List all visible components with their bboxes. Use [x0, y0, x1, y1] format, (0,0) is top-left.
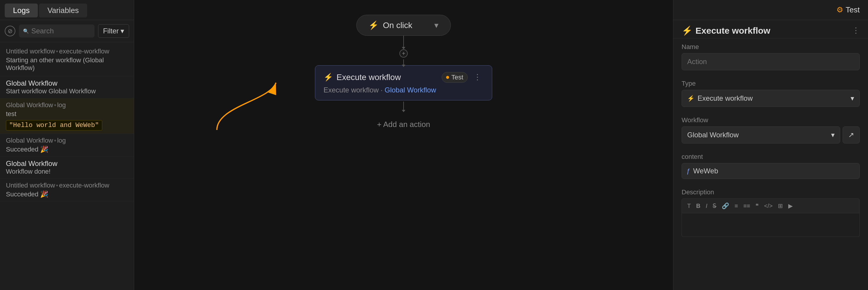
- tabs-row: Logs Variables: [0, 0, 134, 20]
- trigger-icon: ⚡: [368, 20, 379, 30]
- node-more-button[interactable]: ⋮: [471, 71, 484, 83]
- trigger-label: On click: [383, 21, 412, 30]
- log-item[interactable]: Global Workflow Workflow done!: [0, 157, 134, 179]
- log-label: Starting an other workflow (Global Workf…: [6, 56, 128, 72]
- log-status: Succeeded 🎉: [6, 191, 128, 198]
- filter-label: Filter: [103, 27, 119, 35]
- type-field-section: Type ⚡ Execute workflow ▾: [673, 75, 868, 111]
- log-workflow-sub: Start workflow Global Workflow: [6, 88, 128, 95]
- search-box: 🔍: [19, 25, 95, 37]
- workflow-name-value: Global Workflow: [687, 131, 739, 139]
- center-panel: ⚡ On click ▾ + ⚡ Execute workflow Test: [134, 0, 673, 290]
- log-source: Global Workflow•log: [6, 101, 128, 109]
- log-workflow-name: Global Workflow: [6, 159, 128, 168]
- content-field-section: content ƒ WeWeb: [673, 148, 868, 184]
- connector-line: [403, 36, 404, 47]
- chevron-down-icon: ▾: [121, 27, 124, 35]
- desc-tool-text[interactable]: T: [685, 201, 692, 211]
- log-status: Succeeded 🎉: [6, 146, 128, 153]
- action-node-sub: Execute workflow · Global Workflow: [323, 86, 484, 94]
- tab-logs[interactable]: Logs: [5, 4, 38, 18]
- search-input[interactable]: [31, 27, 90, 35]
- bolt-icon: ⚡: [323, 73, 333, 82]
- log-source: Untitled workflow•execute-workflow: [6, 47, 128, 55]
- workflow-canvas: ⚡ On click ▾ + ⚡ Execute workflow Test: [134, 15, 673, 134]
- no-entry-icon[interactable]: ⊘: [5, 26, 16, 36]
- search-row: ⊘ 🔍 Filter ▾: [0, 20, 134, 42]
- add-action-button[interactable]: + Add an action: [372, 115, 435, 134]
- type-field-value: Execute workflow: [698, 94, 753, 102]
- test-button-label: Test: [845, 5, 860, 14]
- external-link-button[interactable]: ↗: [843, 126, 860, 143]
- bolt-icon-sm: ⚡: [687, 95, 694, 102]
- description-field-label: Description: [682, 188, 860, 196]
- name-field-label: Name: [682, 43, 860, 51]
- node-badge: Test: [442, 72, 468, 83]
- action-node[interactable]: ⚡ Execute workflow Test ⋮ Execute workfl…: [315, 65, 492, 100]
- tab-variables[interactable]: Variables: [39, 4, 87, 18]
- execute-workflow-header: ⚡ Execute workflow ⋮: [673, 20, 868, 38]
- description-field-section: Description T B I S̶ 🔗 ≡ ≡≡ ❝ </> ⊞ ▶: [673, 184, 868, 241]
- test-button[interactable]: ⚙ Test: [836, 5, 860, 14]
- log-list: Untitled workflow•execute-workflow Start…: [0, 42, 134, 290]
- content-field-value: WeWeb: [693, 167, 718, 175]
- gear-icon: ⚙: [836, 5, 843, 14]
- log-item[interactable]: Global Workflow Start workflow Global Wo…: [0, 76, 134, 98]
- desc-tool-italic[interactable]: I: [704, 201, 709, 211]
- bottom-connector: [403, 102, 404, 110]
- log-workflow-sub: Workflow done!: [6, 168, 128, 175]
- log-value: "Hello world and WeWeb": [6, 120, 102, 131]
- content-field-row[interactable]: ƒ WeWeb: [682, 163, 860, 179]
- log-item[interactable]: Global Workflow•log Succeeded 🎉: [0, 134, 134, 157]
- action-node-title-text: Execute workflow: [337, 73, 401, 82]
- workflow-select[interactable]: Global Workflow ▾: [682, 126, 840, 143]
- global-workflow-link[interactable]: Global Workflow: [385, 86, 436, 94]
- name-field-input[interactable]: [682, 53, 860, 70]
- chevron-down-icon: ▾: [831, 131, 835, 139]
- type-field-label: Type: [682, 80, 860, 88]
- search-icon: 🔍: [23, 28, 29, 34]
- add-action-label: + Add an action: [377, 120, 430, 129]
- log-source: Untitled workflow•execute-workflow: [6, 182, 128, 189]
- workflow-field-label: Workflow: [682, 116, 860, 124]
- action-node-header: ⚡ Execute workflow Test ⋮: [323, 71, 484, 83]
- desc-tool-list[interactable]: ≡: [733, 201, 740, 211]
- workflow-field-section: Workflow Global Workflow ▾ ↗: [673, 111, 868, 148]
- desc-tool-media[interactable]: ▶: [786, 201, 795, 211]
- desc-tool-code[interactable]: </>: [762, 201, 774, 211]
- trigger-node[interactable]: ⚡ On click ▾: [356, 15, 451, 36]
- description-toolbar: T B I S̶ 🔗 ≡ ≡≡ ❝ </> ⊞ ▶: [682, 198, 860, 213]
- badge-dot: [446, 76, 449, 79]
- more-options-button[interactable]: ⋮: [852, 26, 860, 35]
- desc-tool-bold[interactable]: B: [694, 201, 702, 211]
- log-source: Global Workflow•log: [6, 137, 128, 144]
- description-area[interactable]: [682, 213, 860, 237]
- badge-label: Test: [452, 73, 463, 81]
- desc-tool-strike[interactable]: S̶: [711, 201, 718, 211]
- right-panel: ⚙ Test ⚡ Execute workflow ⋮ Name Type ⚡ …: [673, 0, 868, 290]
- action-node-title: ⚡ Execute workflow: [323, 73, 401, 82]
- desc-tool-ordered-list[interactable]: ≡≡: [742, 201, 752, 211]
- log-item[interactable]: Untitled workflow•execute-workflow Succe…: [0, 179, 134, 201]
- chevron-down-icon: ▾: [850, 94, 854, 102]
- log-item[interactable]: Untitled workflow•execute-workflow Start…: [0, 44, 134, 76]
- log-item-highlighted[interactable]: Global Workflow•log test "Hello world an…: [0, 98, 134, 134]
- filter-button[interactable]: Filter ▾: [98, 24, 129, 38]
- connector-line2: [403, 59, 404, 65]
- log-workflow-name: Global Workflow: [6, 79, 128, 88]
- formula-icon: ƒ: [687, 167, 690, 175]
- name-field-section: Name: [673, 38, 868, 75]
- desc-tool-table[interactable]: ⊞: [776, 201, 785, 211]
- chevron-down-icon: ▾: [434, 20, 438, 30]
- workflow-select-row: Global Workflow ▾ ↗: [682, 126, 860, 143]
- bolt-icon: ⚡: [682, 25, 692, 36]
- desc-tool-link[interactable]: 🔗: [720, 201, 731, 211]
- left-panel: Logs Variables ⊘ 🔍 Filter ▾ Untitled wor…: [0, 0, 134, 290]
- desc-tool-quote[interactable]: ❝: [754, 201, 761, 211]
- execute-workflow-title: ⚡ Execute workflow: [682, 25, 770, 36]
- type-field-select[interactable]: ⚡ Execute workflow ▾: [682, 90, 860, 107]
- content-field-label: content: [682, 153, 860, 161]
- log-label: test: [6, 110, 128, 118]
- section-title-text: Execute workflow: [695, 26, 770, 36]
- add-between-button[interactable]: +: [399, 49, 408, 58]
